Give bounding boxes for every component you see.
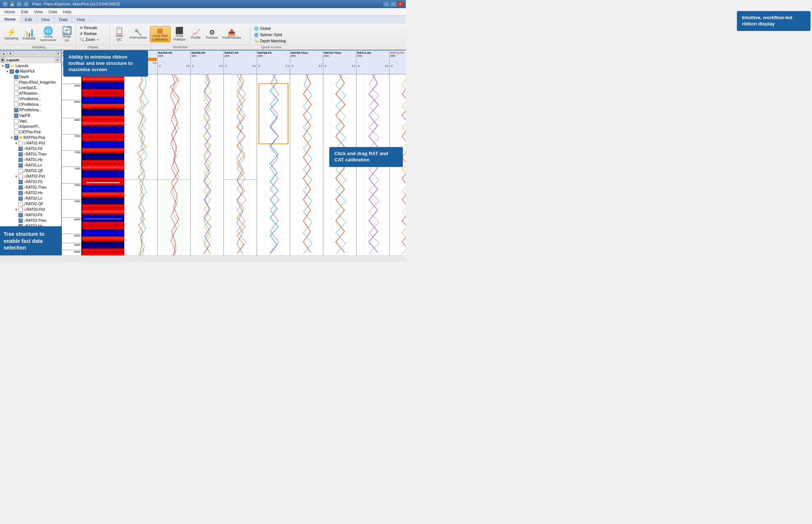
tree-item-rat02-pict[interactable]: ▼ ⊟ RAT02-Pict: [0, 174, 61, 179]
tree-item-rat02-theo[interactable]: ✓ ≡ RAT02-Theo: [0, 185, 61, 190]
aspinner-checkbox[interactable]: [14, 125, 18, 129]
tree-item-rprofile[interactable]: ✓ RProfileIma...: [0, 107, 61, 113]
tree-item-vapfb[interactable]: ✓ VapFB: [0, 113, 61, 118]
tree-item-rat01-qf[interactable]: ╱ RAT01-QF: [0, 168, 61, 174]
linespd-checkbox[interactable]: [14, 86, 18, 90]
quick-undo-icon[interactable]: ↩: [16, 1, 22, 7]
tree-item-rat02-hv[interactable]: ✓ ≡ RAT02-Hv: [0, 190, 61, 196]
ratplot-checkbox[interactable]: ✓: [14, 136, 18, 140]
evaluate-button[interactable]: 📊 Evaluate: [21, 28, 37, 41]
tree-item-aspinner[interactable]: ASpinnerPl...: [0, 124, 61, 129]
tree-item-catplot[interactable]: CATPlot-Pick: [0, 129, 61, 135]
depth-expand[interactable]: [10, 75, 14, 79]
tab-help[interactable]: Help: [72, 15, 90, 24]
cprofile-checkbox[interactable]: [14, 102, 18, 107]
sampling-button[interactable]: ⚡ Sampling: [3, 28, 20, 41]
rat03-theo-checkbox[interactable]: ✓: [18, 219, 23, 223]
tree-item-rat01-lv[interactable]: ✓ ≡ RAT01-Lv: [0, 163, 61, 168]
wrap-up-button[interactable]: 🔄 WrapUp: [59, 26, 74, 43]
atrotation-checkbox[interactable]: [14, 91, 18, 96]
tab-data[interactable]: Data: [55, 15, 72, 24]
rat02-pict-checkbox[interactable]: [18, 174, 23, 179]
rat01-hv-checkbox[interactable]: ✓: [18, 158, 23, 162]
redraw-button[interactable]: ↺ Redraw: [78, 31, 98, 36]
layouts-expand[interactable]: ▼: [1, 64, 5, 68]
quick-settings-icon[interactable]: ▾: [23, 1, 29, 7]
array-tool-button[interactable]: ▦ Array ToolCalibration: [150, 26, 171, 42]
vprofile-checkbox[interactable]: [14, 97, 18, 101]
rat01-lv-checkbox[interactable]: ✓: [18, 163, 23, 168]
rat02-flt-checkbox[interactable]: ✓: [18, 180, 23, 184]
ratplot-expand[interactable]: ▼: [10, 136, 14, 140]
tree-item-vapl[interactable]: VapL: [0, 118, 61, 124]
quick-save-icon[interactable]: 💾: [9, 1, 15, 7]
rprofile-checkbox[interactable]: ✓: [14, 108, 18, 112]
tree-item-rat01-hv[interactable]: ✓ ≡ RAT01-Hv: [0, 157, 61, 163]
vapl-checkbox[interactable]: [14, 119, 18, 123]
tree-item-cprofile[interactable]: CProfileIma...: [0, 102, 61, 107]
tree-item-depth[interactable]: ✓ Depth: [0, 74, 61, 80]
mainpick-checkbox[interactable]: ✓: [10, 69, 14, 74]
menu-home[interactable]: Home: [1, 9, 18, 15]
tree-item-layouts[interactable]: ▼ ✓ 📁 Layouts: [0, 63, 61, 69]
tab-edit[interactable]: Edit: [21, 15, 37, 24]
sidebar-collapse-btn[interactable]: ▼: [7, 51, 13, 56]
atool-checkbox[interactable]: [14, 80, 18, 85]
rat01-expand[interactable]: ▼: [14, 142, 18, 145]
menu-edit[interactable]: Edit: [18, 9, 31, 15]
maximize-button[interactable]: □: [390, 1, 397, 7]
tab-home[interactable]: Home: [0, 15, 21, 24]
global-quick-button[interactable]: 🌐 Global: [253, 26, 290, 31]
menu-view[interactable]: View: [31, 9, 46, 15]
rat03-flt-checkbox[interactable]: ✓: [18, 213, 23, 217]
tree-item-rat03-theo[interactable]: ✓ ≡ RAT03-Theo: [0, 218, 61, 223]
tree-item-rat01-pict[interactable]: ▼ ⊟ RAT01-Pict: [0, 140, 61, 146]
postprocess-button[interactable]: 📤 PostProcess: [221, 28, 243, 40]
tree-item-ratplot[interactable]: ▼ ✓ 📂 RATPlot-Pick: [0, 135, 61, 140]
rat03-expand[interactable]: ▼: [14, 208, 18, 212]
catplot-checkbox[interactable]: [14, 130, 18, 135]
rat02-hv-checkbox[interactable]: ✓: [18, 191, 23, 195]
rat01-qf-checkbox[interactable]: [18, 169, 23, 173]
sidebar-resize-btn[interactable]: ⇔: [55, 57, 60, 62]
atool-expand[interactable]: [10, 81, 14, 84]
vapfb-checkbox[interactable]: ✓: [14, 113, 18, 118]
tab-view[interactable]: View: [37, 15, 55, 24]
tree-item-rat01-flt[interactable]: ✓ ≡ RAT01-Flt: [0, 146, 61, 151]
data-qc-button[interactable]: 📋 DataQC: [112, 27, 127, 42]
tree-expand-all-btn[interactable]: ▶: [1, 58, 5, 62]
global-opt-button[interactable]: 🌐 GlobalOptimization: [39, 26, 58, 42]
rat02-expand[interactable]: ▼: [14, 175, 18, 178]
tree-item-rat03-flt[interactable]: ✓ ≡ RAT03-Flt: [0, 212, 61, 218]
process-button[interactable]: ⚙ Process: [205, 28, 220, 40]
tree-item-mainpick[interactable]: ▼ ✓ 🔵 MainPick: [0, 69, 61, 74]
spinner-xplot-button[interactable]: 🌀 Spinner Xplot: [253, 32, 290, 38]
rat01-theo-checkbox[interactable]: ✓: [18, 152, 23, 157]
menu-data[interactable]: Data: [46, 9, 60, 15]
close-button[interactable]: ✕: [397, 1, 404, 7]
mainpick-expand[interactable]: ▼: [5, 70, 10, 73]
rat01-flt-checkbox[interactable]: ✓: [18, 147, 23, 151]
rat02-qf-checkbox[interactable]: [18, 202, 23, 206]
tree-item-rat01-theo[interactable]: ✓ ≡ RAT01-Theo: [0, 151, 61, 157]
array-holdups-button[interactable]: ⬛ ArrayHoldups: [172, 27, 187, 42]
depth-checkbox[interactable]: ✓: [14, 75, 18, 79]
sidebar-options-btn[interactable]: ▾: [56, 51, 60, 56]
tree-item-atrotation[interactable]: ATRotation...: [0, 91, 61, 96]
tree-item-linespd[interactable]: LineSpd-E...: [0, 85, 61, 91]
tree-item-rat03-pict[interactable]: ▼ ⊟ RAT03-Pict: [0, 207, 61, 212]
tree-item-vprofile[interactable]: VProfileIma...: [0, 96, 61, 102]
profile-button[interactable]: 📈 Profile: [189, 28, 203, 40]
depth-matching-button[interactable]: 📏 Depth Matching: [253, 38, 290, 44]
tree-item-rat02-qf[interactable]: ╱ RAT02-QF: [0, 201, 61, 207]
tree-item-rat02-lv[interactable]: ✓ ≡ RAT02-Lv: [0, 196, 61, 201]
rescale-button[interactable]: ⟲ Rescale: [78, 25, 99, 31]
tree-item-rat02-flt[interactable]: ✓ ≡ RAT02-Flt: [0, 179, 61, 185]
layouts-checkbox[interactable]: ✓: [5, 64, 10, 68]
sidebar-expand-btn[interactable]: ▲: [1, 51, 7, 56]
minimize-button[interactable]: ─: [383, 1, 390, 7]
tree-item-plato-atool[interactable]: Plato-ATool_ImageVec: [0, 80, 61, 85]
zoom-button[interactable]: 🔍 Zoom ▾: [78, 37, 100, 42]
preprocess-button[interactable]: 🔧 PreProcess: [128, 28, 148, 40]
rat03-pict-checkbox[interactable]: [18, 207, 23, 212]
